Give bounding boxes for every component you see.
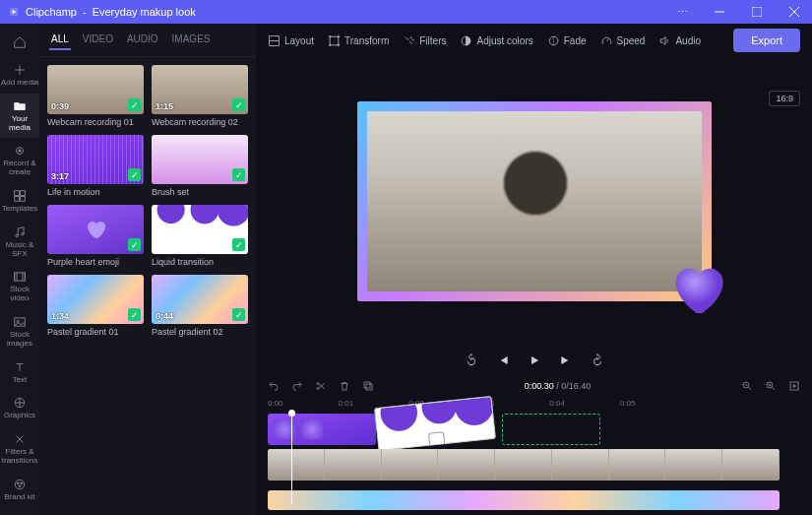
tab-audio[interactable]: AUDIO — [125, 30, 160, 50]
duplicate-icon[interactable] — [362, 380, 374, 392]
clip-label: Webcam recording 01 — [47, 117, 144, 127]
track-1[interactable] — [268, 414, 800, 445]
nav-add-media[interactable]: Add media — [0, 57, 39, 94]
media-thumbnail[interactable]: 1:34 — [47, 275, 144, 324]
media-clip[interactable]: 3:17Life in motion — [47, 135, 144, 197]
media-thumbnail[interactable] — [152, 205, 248, 254]
timeline-clip-webcam[interactable] — [268, 449, 780, 481]
media-tabs: ALL VIDEO AUDIO IMAGES — [39, 24, 256, 57]
nav-graphics[interactable]: Graphics — [0, 390, 39, 426]
forward-5-icon[interactable] — [591, 354, 604, 367]
used-check-icon — [232, 238, 245, 251]
maximize-button[interactable] — [743, 2, 771, 22]
timeline-clip-hearts[interactable] — [268, 414, 376, 445]
play-icon[interactable] — [528, 354, 541, 367]
clip-label: Brush set — [152, 187, 248, 197]
svg-rect-24 — [330, 36, 339, 45]
timeline[interactable]: 0:000:010:020:030:040:05 — [256, 397, 812, 515]
nav-stock-images[interactable]: Stock images — [0, 309, 39, 354]
minimize-button[interactable] — [706, 2, 733, 22]
tab-images[interactable]: IMAGES — [170, 30, 213, 50]
aspect-ratio-selector[interactable]: 16:9 — [769, 91, 800, 106]
nav-stock-video[interactable]: Stock video — [0, 264, 39, 309]
nav-record-create[interactable]: Record & create — [0, 138, 39, 183]
filters-button[interactable]: Filters — [403, 34, 446, 47]
clip-duration: 1:15 — [156, 101, 173, 111]
more-button[interactable]: ⋯ — [668, 2, 696, 22]
clip-duration: 0:39 — [51, 101, 69, 111]
clip-duration: 3:17 — [51, 171, 69, 181]
next-frame-icon[interactable] — [559, 354, 573, 367]
ruler-tick: 0:01 — [339, 399, 354, 408]
adjust-colors-button[interactable]: Adjust colors — [460, 34, 532, 47]
timecode: 0:00.30 / 0/16.40 — [386, 381, 729, 391]
media-thumbnail[interactable]: 0:39 — [47, 65, 144, 114]
zoom-in-icon[interactable] — [765, 380, 777, 392]
svg-rect-37 — [366, 384, 372, 390]
playhead[interactable] — [291, 414, 292, 504]
clip-label: Liquid transition — [152, 257, 248, 267]
media-clip[interactable]: Liquid transition — [152, 205, 248, 267]
used-check-icon — [232, 308, 245, 321]
track-2[interactable] — [268, 449, 800, 481]
heart-sticker-icon — [662, 258, 731, 321]
export-button[interactable]: Export — [733, 29, 800, 52]
media-clip[interactable]: Brush set — [152, 135, 248, 197]
transform-button[interactable]: Transform — [328, 34, 389, 47]
timeline-clip-gradient[interactable] — [268, 490, 780, 510]
fade-button[interactable]: Fade — [547, 34, 587, 47]
rewind-5-icon[interactable] — [465, 354, 478, 367]
nav-filters-transitions[interactable]: Filters & transitions — [0, 426, 39, 472]
media-thumbnail[interactable]: 1:15 — [152, 65, 248, 114]
svg-rect-11 — [21, 197, 26, 202]
preview-frame[interactable] — [357, 101, 712, 301]
nav-templates[interactable]: Templates — [0, 183, 39, 220]
nav-rail: Add media Your media Record & create Tem… — [0, 24, 39, 515]
playback-controls — [256, 346, 812, 375]
clip-label: Pastel gradient 02 — [152, 327, 248, 337]
close-window-button[interactable] — [781, 2, 808, 22]
media-thumbnail[interactable] — [47, 205, 144, 254]
nav-music-sfx[interactable]: Music & SFX — [0, 220, 39, 265]
undo-icon[interactable] — [268, 380, 280, 392]
layout-button[interactable]: Layout — [268, 34, 314, 47]
media-clip[interactable]: Purple heart emoji — [47, 205, 144, 267]
media-thumbnail[interactable]: 0:44 — [152, 275, 248, 324]
media-thumbnail[interactable] — [152, 135, 248, 184]
track-3[interactable] — [268, 484, 800, 504]
media-clip[interactable]: 0:39Webcam recording 01 — [47, 65, 144, 127]
media-clip[interactable]: 0:44Pastel gradient 02 — [152, 275, 248, 337]
zoom-out-icon[interactable] — [741, 380, 753, 392]
prev-frame-icon[interactable] — [496, 354, 510, 367]
media-clip[interactable]: 1:34Pastel gradient 01 — [47, 275, 144, 337]
media-thumbnail[interactable]: 3:17 — [47, 135, 144, 184]
svg-line-33 — [606, 38, 608, 40]
svg-point-35 — [317, 388, 319, 390]
svg-point-30 — [413, 38, 414, 39]
tab-all[interactable]: ALL — [49, 30, 71, 50]
clip-duration: 1:34 — [51, 311, 69, 321]
audio-button[interactable]: Audio — [658, 34, 701, 47]
nav-text[interactable]: Text — [0, 354, 39, 391]
svg-rect-8 — [15, 191, 20, 196]
tab-video[interactable]: VIDEO — [81, 30, 115, 50]
ruler-tick: 0:05 — [620, 399, 636, 408]
zoom-fit-icon[interactable] — [788, 380, 800, 392]
used-check-icon — [128, 308, 141, 321]
svg-rect-36 — [364, 382, 370, 388]
speed-button[interactable]: Speed — [600, 34, 646, 47]
nav-home[interactable] — [0, 30, 39, 57]
app-name: Clipchamp — [26, 6, 77, 18]
clip-label: Webcam recording 02 — [152, 117, 248, 127]
clip-duration: 0:44 — [156, 311, 173, 321]
nav-your-media[interactable]: Your media — [0, 94, 39, 139]
drop-target[interactable] — [502, 414, 600, 445]
split-icon[interactable] — [315, 380, 327, 392]
svg-point-34 — [317, 383, 319, 385]
svg-rect-10 — [15, 197, 20, 202]
svg-point-29 — [410, 36, 411, 37]
media-clip[interactable]: 1:15Webcam recording 02 — [152, 65, 248, 127]
nav-brand-kit[interactable]: Brand kit — [0, 472, 39, 508]
delete-icon[interactable] — [339, 380, 350, 392]
redo-icon[interactable] — [291, 380, 303, 392]
